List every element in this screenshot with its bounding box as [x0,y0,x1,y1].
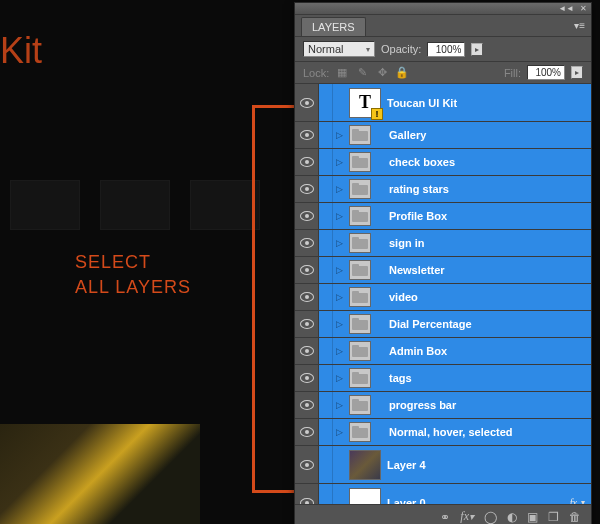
layer-name[interactable]: progress bar [387,399,591,411]
layer-name[interactable]: tags [387,372,591,384]
layer-name[interactable]: Gallery [387,129,591,141]
new-group-icon[interactable]: ▣ [527,510,538,524]
visibility-toggle[interactable] [295,484,319,504]
layer-thumbnail[interactable] [349,314,371,334]
expand-toggle[interactable]: ▷ [333,319,345,329]
layer-name[interactable]: Profile Box [387,210,591,222]
layer-row[interactable]: ▷Normal, hover, selected [295,419,591,446]
visibility-toggle[interactable] [295,176,319,202]
layer-thumbnail[interactable]: T! [349,88,381,118]
expand-toggle[interactable]: ▷ [333,427,345,437]
opacity-flyout-icon[interactable]: ▸ [471,43,483,56]
tab-layers[interactable]: LAYERS [301,17,366,36]
layer-thumbnail[interactable] [349,233,371,253]
expand-toggle[interactable]: ▷ [333,130,345,140]
layer-name[interactable]: Normal, hover, selected [387,426,591,438]
eye-icon [300,400,314,410]
layer-row[interactable]: ▷video [295,284,591,311]
lock-all-icon[interactable]: 🔒 [395,66,409,80]
layer-name[interactable]: rating stars [387,183,591,195]
visibility-toggle[interactable] [295,365,319,391]
visibility-toggle[interactable] [295,338,319,364]
visibility-toggle[interactable] [295,284,319,310]
visibility-toggle[interactable] [295,84,319,121]
close-icon[interactable]: ✕ [580,4,587,13]
expand-toggle[interactable]: ▷ [333,211,345,221]
annotation-line1: SELECT [75,250,191,275]
link-column [319,365,333,391]
expand-toggle[interactable]: ▷ [333,373,345,383]
layer-thumbnail[interactable] [349,125,371,145]
layer-thumbnail[interactable] [349,395,371,415]
lock-move-icon[interactable]: ✥ [375,66,389,80]
layer-thumbnail[interactable] [349,179,371,199]
trash-icon[interactable]: 🗑 [569,510,581,524]
layer-row[interactable]: ▷Profile Box [295,203,591,230]
visibility-toggle[interactable] [295,149,319,175]
visibility-toggle[interactable] [295,419,319,445]
visibility-toggle[interactable] [295,122,319,148]
visibility-toggle[interactable] [295,257,319,283]
layer-thumbnail[interactable] [349,488,381,505]
layer-row[interactable]: ▷Gallery [295,122,591,149]
visibility-toggle[interactable] [295,203,319,229]
layer-row[interactable]: ▷Admin Box [295,338,591,365]
fill-flyout-icon[interactable]: ▸ [571,66,583,79]
fx-expand-icon[interactable]: ▾ [581,498,585,504]
collapse-icon[interactable]: ◄◄ [558,4,574,13]
expand-toggle[interactable]: ▷ [333,265,345,275]
expand-toggle[interactable]: ▷ [333,400,345,410]
expand-toggle[interactable]: ▷ [333,292,345,302]
eye-icon [300,460,314,470]
layer-thumbnail[interactable] [349,260,371,280]
layer-row[interactable]: Layer 0fx▾ [295,484,591,504]
layer-row[interactable]: ▷rating stars [295,176,591,203]
new-layer-icon[interactable]: ❐ [548,510,559,524]
layer-thumbnail[interactable] [349,152,371,172]
layer-name[interactable]: Layer 4 [385,459,591,471]
expand-toggle[interactable]: ▷ [333,184,345,194]
expand-toggle[interactable]: ▷ [333,157,345,167]
visibility-toggle[interactable] [295,446,319,483]
layer-row[interactable]: ▷Dial Percentage [295,311,591,338]
expand-toggle[interactable]: ▷ [333,346,345,356]
adjustment-icon[interactable]: ◐ [507,510,517,524]
panel-menu-icon[interactable]: ▾≡ [574,20,585,31]
expand-toggle[interactable]: ▷ [333,238,345,248]
layer-thumbnail[interactable] [349,341,371,361]
layer-name[interactable]: Toucan UI Kit [385,97,591,109]
layer-row[interactable]: ▷check boxes [295,149,591,176]
lock-transparent-icon[interactable]: ▦ [335,66,349,80]
layer-row[interactable]: ▷Newsletter [295,257,591,284]
layer-row[interactable]: Layer 4 [295,446,591,484]
layers-list: T!Toucan UI Kit▷Gallery▷check boxes▷rati… [295,84,591,504]
layer-row[interactable]: ▷tags [295,365,591,392]
mask-icon[interactable]: ◯ [484,510,497,524]
layer-thumbnail[interactable] [349,287,371,307]
layer-name[interactable]: check boxes [387,156,591,168]
layer-name[interactable]: sign in [387,237,591,249]
opacity-input[interactable]: 100% [427,42,465,57]
layer-name[interactable]: Newsletter [387,264,591,276]
layer-row[interactable]: ▷sign in [295,230,591,257]
layer-thumbnail[interactable] [349,422,371,442]
fx-icon[interactable]: fx▾ [460,509,474,524]
visibility-toggle[interactable] [295,230,319,256]
visibility-toggle[interactable] [295,311,319,337]
blend-mode-select[interactable]: Normal ▾ [303,41,375,57]
layer-name[interactable]: Layer 0 [385,497,570,505]
panel-titlebar[interactable]: ◄◄ ✕ [295,3,591,15]
layer-name[interactable]: video [387,291,591,303]
layer-name[interactable]: Dial Percentage [387,318,591,330]
layer-thumbnail[interactable] [349,206,371,226]
link-layers-icon[interactable]: ⚭ [440,510,450,524]
fx-badge[interactable]: fx [570,497,577,504]
fill-input[interactable]: 100% [527,65,565,80]
layer-thumbnail[interactable] [349,368,371,388]
visibility-toggle[interactable] [295,392,319,418]
layer-name[interactable]: Admin Box [387,345,591,357]
layer-row[interactable]: ▷progress bar [295,392,591,419]
layer-thumbnail[interactable] [349,450,381,480]
lock-brush-icon[interactable]: ✎ [355,66,369,80]
layer-row[interactable]: T!Toucan UI Kit [295,84,591,122]
